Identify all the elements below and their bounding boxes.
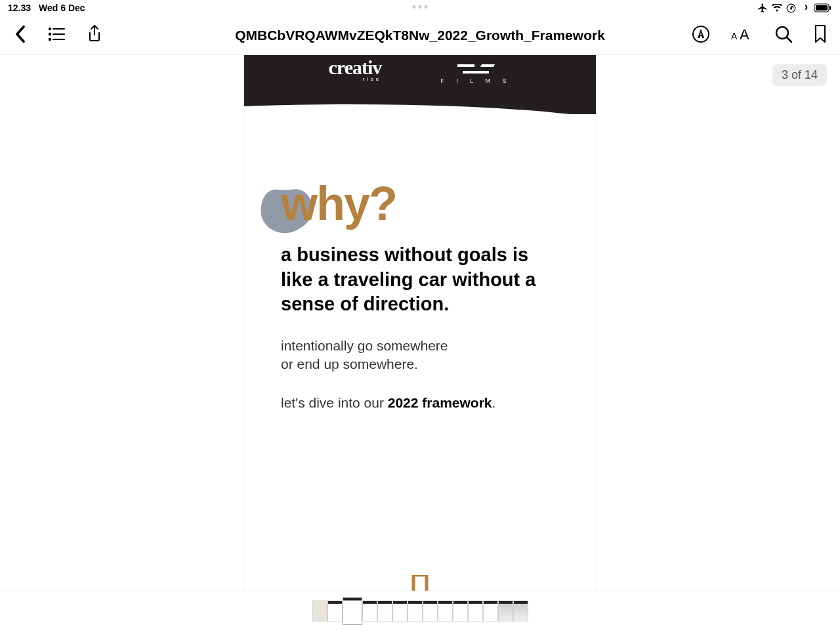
para2-prefix: let's dive into our (281, 395, 388, 410)
statement-text: a business without goals is like a trave… (281, 243, 559, 317)
logo-text: creativ (329, 56, 382, 78)
thumbnail-page-7[interactable] (408, 600, 423, 621)
document-viewport[interactable]: 3 of 14 creativ rise F I L M S why? a bu… (0, 55, 840, 591)
paragraph-2: let's dive into our 2022 framework. (281, 394, 559, 412)
thumbnail-page-2[interactable] (327, 600, 343, 621)
page-footer-decor-icon (410, 575, 430, 591)
back-button[interactable] (13, 24, 28, 47)
thumbnail-page-11[interactable] (468, 600, 483, 621)
thumbnail-page-4[interactable] (362, 600, 377, 621)
page-header: creativ rise F I L M S (244, 55, 596, 114)
do-not-disturb-icon (800, 3, 810, 13)
drag-handle-icon[interactable] (413, 5, 428, 9)
thumbnail-page-12[interactable] (483, 600, 498, 621)
document-page: creativ rise F I L M S why? a business w… (244, 55, 596, 591)
markup-button[interactable] (692, 25, 710, 46)
page-body: why? a business without goals is like a … (244, 114, 596, 412)
thumbnail-page-1[interactable] (312, 600, 327, 621)
svg-point-10 (693, 26, 709, 42)
svg-text:A: A (740, 26, 749, 42)
logo-films: F I L M S (440, 56, 511, 84)
para1-line2: or end up somewhere. (281, 356, 418, 371)
thumbnail-page-9[interactable] (438, 600, 453, 621)
share-button[interactable] (87, 24, 102, 47)
orientation-lock-icon (786, 3, 796, 13)
thumbnail-page-10[interactable] (453, 600, 468, 621)
svg-point-8 (49, 33, 51, 34)
status-date: Wed 6 Dec (39, 3, 85, 13)
thumbnail-page-6[interactable] (392, 600, 408, 621)
paragraph-1: intentionally go somewhere or end up som… (281, 337, 559, 374)
search-button[interactable] (774, 25, 793, 46)
thumbnail-strip[interactable] (0, 591, 840, 630)
table-of-contents-button[interactable] (49, 27, 66, 44)
battery-icon (814, 3, 832, 12)
svg-point-7 (49, 28, 51, 29)
page-indicator: 3 of 14 (772, 64, 827, 86)
wifi-icon (772, 4, 782, 12)
svg-rect-3 (830, 6, 831, 10)
heading-why: why? (257, 180, 559, 227)
para2-bold: 2022 framework (388, 395, 492, 410)
thumbnail-page-14[interactable] (513, 600, 528, 621)
bookmark-button[interactable] (814, 24, 827, 47)
document-title: QMBCbVRQAWMvZEQkT8Nw_2022_Growth_Framewo… (235, 28, 605, 43)
thumbnail-page-8[interactable] (423, 600, 438, 621)
toolbar: QMBCbVRQAWMvZEQkT8Nw_2022_Growth_Framewo… (0, 16, 840, 55)
thumbnail-page-5[interactable] (377, 600, 392, 621)
airplane-mode-icon (757, 3, 768, 13)
text-size-button[interactable]: AA (731, 26, 753, 45)
para2-suffix: . (492, 395, 496, 410)
logo-creativ: creativ rise (329, 56, 382, 82)
svg-rect-2 (816, 5, 828, 10)
svg-point-9 (49, 38, 51, 39)
svg-text:A: A (731, 31, 738, 41)
thumbnail-page-3[interactable] (343, 597, 362, 625)
para1-line1: intentionally go somewhere (281, 338, 448, 353)
status-time: 12.33 (8, 3, 31, 13)
thumbnail-page-13[interactable] (498, 600, 513, 621)
svg-line-14 (787, 37, 791, 42)
logo-films-text: F I L M S (440, 77, 511, 84)
